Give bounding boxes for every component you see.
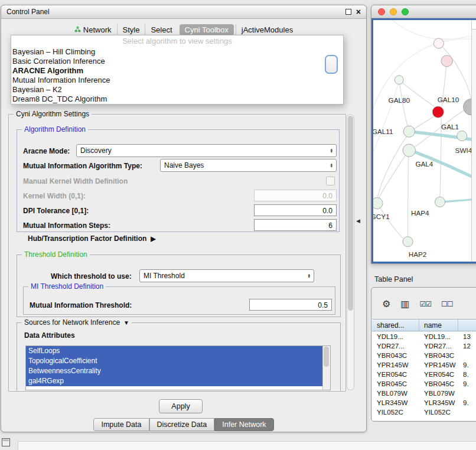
column-header-shared[interactable]: shared... — [372, 319, 419, 331]
table-cell: YPR145W — [419, 361, 458, 369]
minimize-traffic-light-icon[interactable] — [390, 8, 397, 15]
column-layout-icon[interactable]: ▥ — [400, 299, 409, 309]
graph-edge[interactable] — [380, 207, 405, 239]
table-cell: YBR043C — [372, 352, 419, 359]
table-row[interactable]: YPR145WYPR145W9. — [372, 360, 476, 370]
algorithm-option-mutual-information-inference[interactable]: Mutual Information Inference — [11, 76, 343, 85]
table-cell: YDR27... — [372, 343, 419, 350]
bottom-tab-impute-data[interactable]: Impute Data — [93, 418, 149, 431]
algorithm-option-bayesian-hill-climbing[interactable]: Bayesian – Hill Climbing — [11, 47, 343, 57]
attribute-item-topologicalcoefficient[interactable]: TopologicalCoefficient — [26, 356, 330, 366]
tab-select[interactable]: Select — [145, 24, 177, 35]
algorithm-option-bayesian-k2[interactable]: Bayesian – K2 — [11, 85, 343, 94]
network-window-titlebar[interactable] — [371, 5, 476, 18]
table-row[interactable]: YIL052CYIL052C — [372, 407, 476, 417]
tab-label: Cyni Toolbox — [185, 25, 229, 34]
network-vertical-scrollbar[interactable] — [471, 20, 476, 262]
graph-node[interactable] — [373, 198, 383, 209]
graph-node[interactable] — [441, 56, 452, 67]
graph-node[interactable] — [403, 237, 413, 247]
settings-group-title: Cyni Algorithm Settings — [14, 110, 92, 118]
dpi-tolerance-label: DPI Tolerance [0,1]: — [23, 207, 89, 215]
dpi-tolerance-field[interactable]: 0.0 — [254, 204, 337, 216]
graph-edge[interactable] — [440, 198, 476, 202]
graph-edge[interactable] — [373, 80, 399, 152]
close-window-icon[interactable]: × — [356, 8, 361, 16]
which-threshold-label: Which threshold to use: — [51, 272, 132, 281]
graph-node[interactable] — [435, 197, 445, 207]
select-all-checkbox-icon[interactable]: ☑☑ — [419, 301, 431, 308]
bottom-tab-infer-network[interactable]: Infer Network — [214, 418, 273, 431]
graph-node[interactable] — [403, 144, 415, 156]
expand-down-icon[interactable]: ▼ — [123, 319, 129, 326]
table-row[interactable]: YLR345WYLR345W9. — [372, 398, 476, 407]
table-row[interactable]: YBR045CYBR045C9. — [372, 379, 476, 389]
table-cell: YIL052C — [372, 409, 419, 416]
table-row[interactable]: YER054CYER054C8. — [372, 370, 476, 379]
bottom-tab-discretize-data[interactable]: Discretize Data — [149, 418, 215, 431]
algorithm-option-dream8-dc-tdc-algorithm[interactable]: Dream8 DC_TDC Algorithm — [11, 94, 343, 104]
graph-edge[interactable] — [392, 20, 476, 39]
graph-node[interactable] — [395, 76, 403, 84]
graph-edge[interactable] — [399, 80, 438, 109]
mi-algorithm-type-select[interactable]: Naive Bayes ▴▾ — [160, 159, 337, 172]
attributes-list-scrollbar[interactable] — [322, 346, 330, 390]
threshold-definition-group: Threshold Definition Which threshold to … — [17, 255, 341, 317]
control-panel-titlebar[interactable]: Control Panel × — [1, 5, 366, 19]
scrollbar-thumb[interactable] — [324, 347, 329, 367]
window-title: Control Panel — [6, 8, 50, 16]
column-header-name[interactable]: name — [419, 319, 458, 331]
panel-corner-icon[interactable] — [2, 438, 10, 446]
settings-scrollbar[interactable] — [347, 114, 354, 390]
tab-style[interactable]: Style — [117, 24, 145, 35]
graph-edge[interactable] — [377, 136, 406, 197]
attribute-item-betweennesscentrality[interactable]: BetweennessCentrality — [26, 366, 330, 376]
cyni-algorithm-settings-group: Cyni Algorithm Settings Algorithm Defini… — [8, 114, 346, 392]
sources-for-network-inference-group: Sources for Network Inference ▼ Data Att… — [17, 322, 341, 391]
tab-jactivemodules[interactable]: jActiveModules — [236, 24, 298, 35]
attribute-item-gal4rgexp[interactable]: gal4RGexp — [26, 376, 330, 386]
tab-network[interactable]: Network — [69, 24, 117, 35]
zoom-traffic-light-icon[interactable] — [402, 8, 409, 15]
table-cell: 8. — [458, 371, 476, 378]
graph-node[interactable] — [432, 106, 444, 118]
sources-section-header[interactable]: Sources for Network Inference ▼ — [22, 318, 132, 327]
table-row[interactable]: YDL19...YDL19...13 — [372, 332, 476, 341]
scrollbar-button[interactable] — [472, 20, 476, 30]
table-row[interactable]: YBR043CYBR043C — [372, 351, 476, 360]
scrollbar-thumb[interactable] — [348, 116, 353, 311]
splitter-collapse-icon[interactable]: ◀ — [356, 218, 360, 224]
settings-gear-icon[interactable]: ⚙ — [382, 299, 390, 309]
deselect-checkbox-icon[interactable]: ☐☐ — [441, 301, 453, 308]
graph-node[interactable] — [403, 126, 415, 137]
data-attributes-list[interactable]: SelfLoopsTopologicalCoefficientBetweenne… — [25, 345, 331, 390]
collapse-right-icon[interactable]: ▶ — [151, 235, 155, 243]
apply-button[interactable]: Apply — [159, 399, 203, 413]
graph-node-label: GAL80 — [389, 96, 410, 104]
table-row[interactable]: YDR27...YDR27...12 — [372, 341, 476, 351]
table-row[interactable]: YBL079WYBL079W — [372, 389, 476, 398]
algorithm-option-basic-correlation-inference[interactable]: Basic Correlation Inference — [11, 57, 343, 66]
aracne-mode-select[interactable]: Discovery ▴▾ — [76, 144, 337, 157]
algorithm-option-aracne-algorithm[interactable]: ARACNE Algorithm — [11, 66, 343, 76]
graph-node[interactable] — [457, 131, 467, 141]
column-header-2[interactable] — [458, 319, 476, 331]
mi-steps-field[interactable]: 6 — [254, 219, 337, 231]
combo-arrows-icon: ▴▾ — [330, 163, 332, 168]
manual-kernel-width-checkbox[interactable] — [326, 177, 335, 185]
hub-transcription-factor-section[interactable]: Hub/Transcription Factor Definition ▶ — [28, 234, 156, 243]
graph-node[interactable] — [433, 38, 444, 48]
restore-window-icon[interactable] — [345, 9, 351, 15]
kernel-width-field[interactable]: 0.0 — [254, 190, 337, 201]
graph-edge[interactable] — [408, 155, 409, 236]
network-canvas[interactable]: GAL80GAL10GAL11GAL1SWI4GAL4GCY1HAP4HAP2 — [371, 18, 476, 263]
mi-threshold-field[interactable]: 0.5 — [249, 299, 332, 311]
tab-cyni-toolbox[interactable]: Cyni Toolbox — [180, 24, 234, 35]
data-attributes-label: Data Attributes — [24, 331, 75, 340]
close-traffic-light-icon[interactable] — [378, 8, 385, 15]
table-cell: YDR27... — [419, 343, 458, 350]
combo-arrows-icon: ▴▾ — [330, 148, 332, 154]
attribute-item-selfloops[interactable]: SelfLoops — [26, 346, 330, 356]
help-button[interactable] — [325, 55, 338, 74]
which-threshold-select[interactable]: MI Threshold ▴▾ — [139, 269, 314, 282]
